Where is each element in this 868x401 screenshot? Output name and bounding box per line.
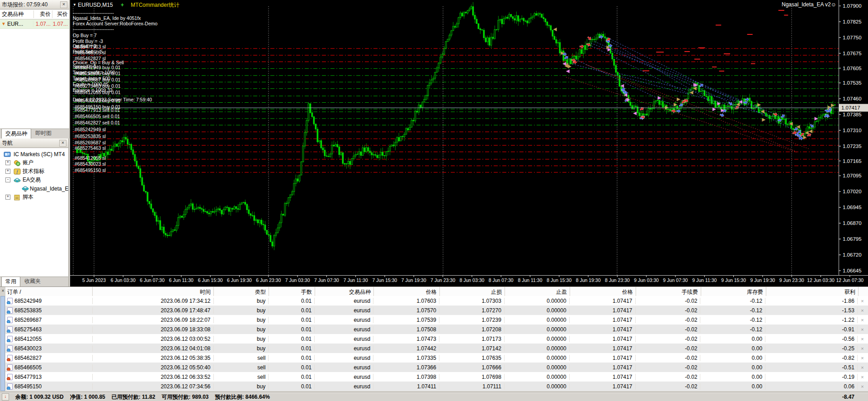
candle-body xyxy=(359,152,360,154)
close-order-icon[interactable]: × xyxy=(858,365,868,370)
order-row[interactable]: 6854665052023.06.12 05:50:40sell0.01euru… xyxy=(5,363,868,372)
candle-body xyxy=(151,204,152,209)
order-row[interactable]: 6854628272023.06.12 05:38:35sell0.01euru… xyxy=(5,353,868,363)
profit: -0.19 xyxy=(765,374,858,380)
current-price: 1.07417 xyxy=(570,336,636,342)
balance: 余额: 1 009.32 USD xyxy=(15,393,64,401)
order-id-text: 685477913 xyxy=(14,374,42,380)
candle-body xyxy=(706,96,707,97)
close-order-icon[interactable]: × xyxy=(858,308,868,313)
symbol: eurusd xyxy=(315,355,373,361)
swap: -0.12 xyxy=(700,326,765,333)
order-row[interactable]: 6852538352023.06.09 17:48:47buy0.01eurus… xyxy=(5,306,868,315)
tab-market-watch-active[interactable]: 交易品种 xyxy=(1,129,31,139)
column-header-11[interactable]: 获利 xyxy=(766,287,859,296)
close-order-icon[interactable]: × xyxy=(858,355,868,361)
column-header-10[interactable]: 库存费 xyxy=(701,287,766,296)
time-tick-label: 7 Jun 03:30 xyxy=(285,277,310,283)
candle-body xyxy=(700,91,702,91)
sidebar-item-server[interactable]: IC Markets (SC) MT4 xyxy=(0,150,68,158)
candle-body xyxy=(395,142,396,146)
close-icon[interactable]: × xyxy=(0,288,5,294)
candle-body xyxy=(641,114,642,116)
tab-navigator-active[interactable]: 常用 xyxy=(1,277,20,287)
swap: 0.00 xyxy=(700,364,765,371)
candle-body xyxy=(812,127,814,129)
order-row[interactable]: 6854951502023.06.12 07:34:56buy0.01eurus… xyxy=(5,382,868,391)
column-symbol[interactable]: 交易品种 xyxy=(0,10,34,18)
lots: 0.01 xyxy=(269,326,315,333)
sidebar-item-scripts[interactable]: +脚本 xyxy=(0,193,68,201)
expand-icon[interactable]: + xyxy=(5,169,10,174)
close-order-icon[interactable]: × xyxy=(858,374,868,380)
candle-body xyxy=(472,7,474,15)
candle-body xyxy=(274,235,275,246)
candle-body xyxy=(415,111,416,121)
column-bid[interactable]: 卖价 xyxy=(34,10,53,18)
order-id: 685430023 xyxy=(5,345,93,352)
order-row[interactable]: 6852429492023.06.09 17:34:12buy0.01eurus… xyxy=(5,296,868,306)
close-icon[interactable]: × xyxy=(59,140,66,147)
column-header-7[interactable]: 止盈 xyxy=(505,287,570,296)
close-order-icon[interactable]: × xyxy=(858,317,868,323)
sidebar-item-indicators[interactable]: +f技术指标 xyxy=(0,167,68,176)
close-order-icon[interactable]: × xyxy=(858,384,868,389)
price-chart[interactable]: 1.079001.078251.077501.076751.076051.075… xyxy=(70,0,868,286)
candle-body xyxy=(140,169,141,178)
column-header-9[interactable]: 手续费 xyxy=(636,287,701,296)
price-tick-label: 1.06870 xyxy=(843,220,862,226)
one-click-plus-icon[interactable]: + xyxy=(121,2,124,8)
price-tick-label: 1.07750 xyxy=(843,35,862,40)
candle-body xyxy=(221,210,222,214)
order-row[interactable]: 6852696872023.06.09 18:22:07buy0.01eurus… xyxy=(5,315,868,325)
sidebar-item-experts[interactable]: -EA交易 xyxy=(0,176,68,184)
close-order-icon[interactable]: × xyxy=(858,327,868,332)
column-header-0[interactable]: 订单 / xyxy=(5,287,93,296)
close-order-icon[interactable]: × xyxy=(858,336,868,342)
column-ask[interactable]: 买价 xyxy=(52,10,69,18)
order-row[interactable]: 6852754632023.06.09 18:33:08buy0.01eurus… xyxy=(5,325,868,334)
tab-navigator-tab[interactable]: 收藏夹 xyxy=(20,276,45,286)
tab-market-watch-tab[interactable]: 即时图 xyxy=(31,128,56,138)
candle-body xyxy=(382,152,383,155)
candle-body xyxy=(104,153,105,156)
sidebar-item-ea[interactable]: Ngasal_Ideta_EA v2 xyxy=(0,184,68,193)
order-row[interactable]: 6854779132023.06.12 06:33:52sell0.01euru… xyxy=(5,372,868,382)
column-header-5[interactable]: 价格 xyxy=(374,287,440,296)
candle-body xyxy=(557,43,559,43)
profit: -0.25 xyxy=(765,345,858,352)
expand-icon[interactable]: + xyxy=(5,195,10,200)
sidebar-item-accounts[interactable]: +账户 xyxy=(0,158,68,167)
candle-body xyxy=(226,207,228,207)
candle-body xyxy=(275,233,277,235)
candle-body xyxy=(105,152,107,156)
price-tick-label: 1.07020 xyxy=(843,189,862,194)
market-watch-row[interactable]: ▼EUR...1.07...1.07... xyxy=(0,19,69,29)
close-order-icon[interactable]: × xyxy=(858,346,868,351)
buy-order-icon xyxy=(7,345,13,352)
candle-body xyxy=(172,230,174,232)
chevron-down-icon[interactable]: ▼ xyxy=(73,3,76,7)
terminal-left-scrollbar[interactable] xyxy=(0,296,5,391)
column-header-8[interactable]: 价格 xyxy=(570,287,636,296)
order-row[interactable]: 6854120552023.06.12 03:00:52buy0.01eurus… xyxy=(5,334,868,344)
close-icon[interactable]: × xyxy=(60,1,67,8)
candle-body xyxy=(190,204,192,205)
candle-body xyxy=(550,26,552,30)
column-header-1[interactable]: 时间 xyxy=(93,287,214,296)
candle-body xyxy=(331,145,333,154)
order-row[interactable]: 6854300232023.06.12 04:01:08buy0.01eurus… xyxy=(5,344,868,353)
expand-icon[interactable]: + xyxy=(5,160,10,165)
mt4-window: 市场报价: 07:59:40 × 交易品种 卖价 买价 ▼EUR...1.07.… xyxy=(0,0,868,401)
ea-badge[interactable]: Ngasal_Ideta_EA v2☺ xyxy=(782,1,836,8)
candle-body xyxy=(114,144,116,146)
column-header-4[interactable]: 交易品种 xyxy=(315,287,374,296)
column-header-2[interactable]: 类型 xyxy=(214,287,269,296)
candle-body xyxy=(109,149,110,154)
column-header-3[interactable]: 手数 xyxy=(269,287,315,296)
column-header-6[interactable]: 止损 xyxy=(440,287,505,296)
candle-body xyxy=(570,59,571,64)
collapse-icon[interactable]: - xyxy=(5,177,10,182)
close-order-icon[interactable]: × xyxy=(858,298,868,304)
candle-body xyxy=(194,209,195,210)
